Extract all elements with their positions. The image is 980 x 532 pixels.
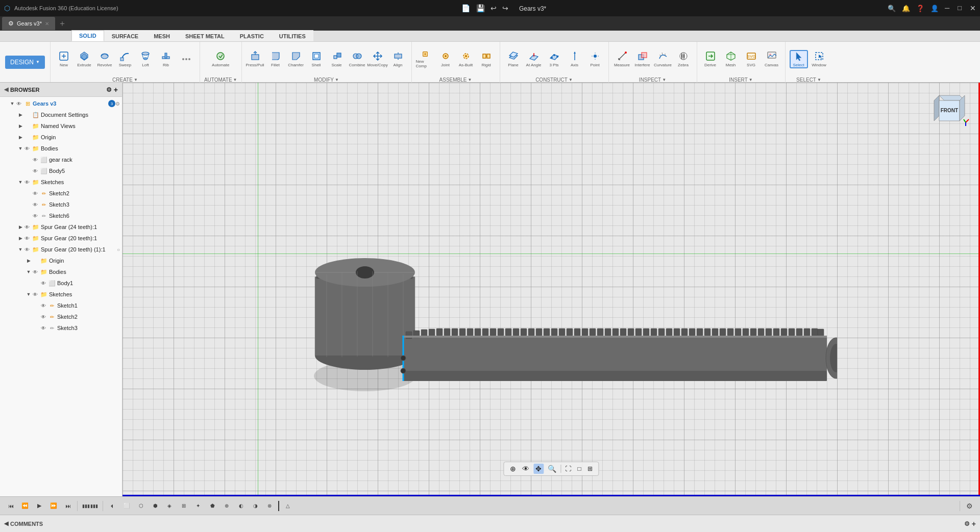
browser-add-icon[interactable]: + xyxy=(114,86,118,94)
axis-icon[interactable]: Axis xyxy=(566,50,584,68)
more-create-icon[interactable] xyxy=(177,50,195,68)
tree-sketch2[interactable]: 👁 ✏ Sketch2 xyxy=(0,188,122,199)
tl-icon-12[interactable]: ⊗ xyxy=(263,499,276,513)
tab-plastic[interactable]: PLASTIC xyxy=(232,30,272,41)
tab-sheet-metal[interactable]: SHEET METAL xyxy=(178,30,232,41)
rib-icon[interactable]: Rib xyxy=(157,50,175,68)
spur24-eye[interactable]: 👁 xyxy=(24,224,32,230)
nav-orbit-icon[interactable]: ⊕ xyxy=(508,464,518,474)
insert-canvas-icon[interactable]: Canvas xyxy=(763,50,781,68)
spur20-1-toggle[interactable]: ▼ xyxy=(16,247,24,252)
bodies-eye[interactable]: 👁 xyxy=(24,146,32,151)
root-settings-icon[interactable]: ⚙ xyxy=(115,101,120,107)
maximize-btn[interactable]: □ xyxy=(958,4,962,12)
automate-icon[interactable]: Automate xyxy=(211,50,230,68)
select-arrow-icon[interactable]: ▼ xyxy=(817,78,821,82)
tl-icon-10[interactable]: ◐ xyxy=(234,499,248,513)
tree-bodies[interactable]: ▼ 👁 📁 Bodies xyxy=(0,143,122,154)
nav-pan-icon[interactable]: ✥ xyxy=(533,464,544,474)
loft-icon[interactable]: Loft xyxy=(136,50,155,68)
insert-arrow-icon[interactable]: ▼ xyxy=(749,78,753,82)
window-select-icon[interactable]: Window xyxy=(810,50,828,68)
nav-display-icon[interactable]: □ xyxy=(575,464,583,473)
zebra-icon[interactable]: Zebra xyxy=(674,50,693,68)
construct-arrow-icon[interactable]: ▼ xyxy=(569,78,573,82)
sketch6-eye[interactable]: 👁 xyxy=(33,213,40,219)
select-icon[interactable]: Select xyxy=(790,50,808,68)
doc-settings-toggle[interactable]: ▶ xyxy=(16,112,24,117)
document-tab[interactable]: ⚙ Gears v3* ✕ xyxy=(2,17,55,30)
sketches-sub-toggle[interactable]: ▼ xyxy=(24,292,33,297)
curvature-icon[interactable]: Curvature xyxy=(654,50,672,68)
tree-spur-gear-20[interactable]: ▶ 👁 📁 Spur Gear (20 teeth):1 xyxy=(0,233,122,244)
sweep-icon[interactable]: Sweep xyxy=(116,50,134,68)
interference-icon[interactable]: Interfere xyxy=(633,50,652,68)
new-file-btn[interactable]: 📄 xyxy=(459,3,472,14)
chamfer-icon[interactable]: Chamfer xyxy=(287,50,305,68)
tab-surface[interactable]: SURFACE xyxy=(104,30,146,41)
tab-close-btn[interactable]: ✕ xyxy=(45,21,49,27)
bodies-toggle[interactable]: ▼ xyxy=(16,146,24,151)
tree-body5[interactable]: 👁 ⬜ Body5 xyxy=(0,165,122,176)
viewcube[interactable]: FRONT xyxy=(929,88,975,134)
origin-sub-toggle[interactable]: ▶ xyxy=(24,258,33,263)
spur20-1-eye[interactable]: 👁 xyxy=(24,247,32,252)
new-comp-icon[interactable]: New Comp xyxy=(416,50,434,68)
tree-gear-rack[interactable]: 👁 ⬜ gear rack xyxy=(0,154,122,165)
notifications-icon[interactable]: 🔔 xyxy=(902,5,910,12)
new-tab-btn[interactable]: ＋ xyxy=(58,18,66,29)
tab-solid[interactable]: SOLID xyxy=(71,30,104,41)
tree-sketch3[interactable]: 👁 ✏ Sketch3 xyxy=(0,199,122,210)
plane-through-3pts-icon[interactable]: 3 Pts xyxy=(545,50,564,68)
origin-toggle[interactable]: ▶ xyxy=(16,135,24,140)
extrude-icon[interactable]: Extrude xyxy=(75,50,93,68)
new-component-icon[interactable]: New xyxy=(55,50,73,68)
tree-sketch6[interactable]: 👁 ✏ Sketch6 xyxy=(0,210,122,221)
tree-body1[interactable]: 👁 ⬜ Body1 xyxy=(0,277,122,289)
tree-root[interactable]: ▼ 👁 ⊞ Gears v3 3 ⚙ xyxy=(0,98,122,109)
timeline-beginning-btn[interactable]: ⏮ xyxy=(4,499,17,513)
joint-icon[interactable]: Joint xyxy=(436,50,455,68)
tree-spur-gear-24[interactable]: ▶ 👁 📁 Spur Gear (24 teeth):1 xyxy=(0,221,122,233)
automate-arrow-icon[interactable]: ▼ xyxy=(233,78,237,82)
root-eye-icon[interactable]: 👁 xyxy=(16,101,23,107)
inspect-arrow-icon[interactable]: ▼ xyxy=(662,78,666,82)
sketches-toggle[interactable]: ▼ xyxy=(16,180,24,185)
bodies-sub-toggle[interactable]: ▼ xyxy=(24,269,33,274)
close-btn[interactable]: ✕ xyxy=(970,4,976,12)
save-btn[interactable]: 💾 xyxy=(474,3,487,14)
offset-plane-icon[interactable]: Plane xyxy=(504,50,523,68)
body5-eye[interactable]: 👁 xyxy=(33,168,40,174)
press-pull-icon[interactable]: Press/Pull xyxy=(246,50,264,68)
shell-icon[interactable]: Shell xyxy=(307,50,326,68)
timeline-end-btn[interactable]: ⏭ xyxy=(61,499,75,513)
tree-bodies-sub[interactable]: ▼ 👁 📁 Bodies xyxy=(0,266,122,277)
design-dropdown-btn[interactable]: DESIGN ▼ xyxy=(5,56,45,69)
sketch3-eye[interactable]: 👁 xyxy=(33,202,40,208)
tl-icon-6[interactable]: ⊞ xyxy=(177,499,190,513)
timeline-prev-btn[interactable]: ⏪ xyxy=(18,499,32,513)
sketches-sub-eye[interactable]: 👁 xyxy=(33,292,40,297)
redo-btn[interactable]: ↪ xyxy=(500,3,510,14)
fillet-icon[interactable]: Fillet xyxy=(266,50,285,68)
help-icon[interactable]: ❓ xyxy=(916,5,924,12)
search-icon[interactable]: 🔍 xyxy=(888,5,896,12)
insert-derive-icon[interactable]: Derive xyxy=(701,50,720,68)
insert-svg-icon[interactable]: SVG SVG xyxy=(742,50,761,68)
tree-sketch2-sub[interactable]: 👁 ✏ Sketch2 xyxy=(0,311,122,322)
bodies-sub-eye[interactable]: 👁 xyxy=(33,269,40,275)
gear-rack-eye[interactable]: 👁 xyxy=(33,157,40,163)
comments-add-icon[interactable]: + xyxy=(972,520,976,528)
tl-icon-13[interactable]: △ xyxy=(281,499,295,513)
tree-named-views[interactable]: ▶ 📁 Named Views xyxy=(0,120,122,132)
tree-sketches[interactable]: ▼ 👁 📁 Sketches xyxy=(0,176,122,188)
tl-icon-9[interactable]: ⊕ xyxy=(220,499,233,513)
sketches-eye[interactable]: 👁 xyxy=(24,180,32,185)
combine-icon[interactable]: Combine xyxy=(348,50,366,68)
plane-at-angle-icon[interactable]: At Angle xyxy=(525,50,543,68)
point-icon-construct[interactable]: Point xyxy=(586,50,604,68)
nav-grid-icon[interactable]: ⊞ xyxy=(585,464,595,473)
tree-origin-sub[interactable]: ▶ 📁 Origin xyxy=(0,255,122,266)
tree-sketch3-sub[interactable]: 👁 ✏ Sketch3 xyxy=(0,322,122,334)
browser-collapse-icon[interactable]: ◀ xyxy=(4,86,8,93)
